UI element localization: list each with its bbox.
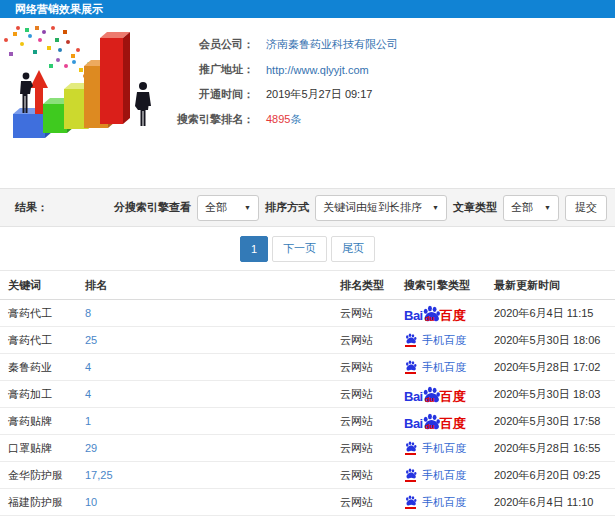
baidu-logo: Baidu百度 [404,386,466,403]
promotion-url-link[interactable]: http://www.qlyyjt.com [266,64,369,76]
app-header: 网络营销效果展示 [0,0,615,18]
table-row: 秦鲁药业4云网站手机百度2020年5月28日 17:02 [0,354,615,381]
keyword-cell: 膏药加工 [8,387,85,402]
baidu-paw-icon [405,360,417,371]
baidu-logo-du: du [425,315,435,323]
baidu-logo-bai: Bai [404,417,423,430]
rank-cell[interactable]: 29 [85,442,340,454]
rank-type-cell: 云网站 [340,306,404,321]
mobile-baidu-logo: 手机百度 [404,360,466,375]
baidu-logo-du: du [425,423,435,431]
summary-section: 会员公司： 济南秦鲁药业科技有限公司 推广地址： http://www.qlyy… [0,18,615,188]
opened-label: 开通时间： [168,87,254,102]
updated-cell: 2020年6月4日 11:15 [494,306,615,321]
baidu-logo-du: du [425,396,435,404]
baidu-paw-icon [405,441,417,452]
header-rank: 排名 [85,278,340,293]
mobile-baidu-label: 手机百度 [422,468,466,483]
submit-button[interactable]: 提交 [565,195,607,221]
updated-cell: 2020年6月20日 09:25 [494,468,615,483]
engine-filter-select[interactable]: 全部 ▼ [197,195,259,221]
table-row: 福建防护服10云网站手机百度2020年6月4日 11:10 [0,489,615,516]
updated-cell: 2020年6月4日 11:10 [494,495,615,510]
table-row: 膏药加工4云网站Baidu百度2020年5月30日 18:03 [0,381,615,408]
header-engine-type: 搜索引擎类型 [404,278,494,293]
sort-filter-select[interactable]: 关键词由短到长排序 ▼ [315,195,447,221]
rank-type-cell: 云网站 [340,441,404,456]
engine-cell: Baidu百度 [404,413,494,430]
baidu-underline [405,480,416,482]
next-page-button[interactable]: 下一页 [272,236,327,262]
updated-cell: 2020年5月30日 18:03 [494,387,615,402]
engine-cell: 手机百度 [404,495,494,510]
updated-cell: 2020年5月30日 18:06 [494,333,615,348]
rank-type-cell: 云网站 [340,414,404,429]
baidu-paw-icon [405,333,417,344]
rank-type-cell: 云网站 [340,495,404,510]
keyword-cell: 金华防护服 [8,468,85,483]
table-body: 膏药代工8云网站Baidu百度2020年6月4日 11:15膏药代工25云网站手… [0,300,615,520]
baidu-logo-bai: Bai [404,390,423,403]
baidu-paw-icon [405,495,417,506]
baidu-logo: Baidu百度 [404,413,466,430]
engine-filter-label: 分搜索引擎查看 [114,200,191,215]
chevron-down-icon: ▼ [537,204,551,211]
bar-chart-clipart [0,26,175,178]
rank-label: 搜索引擎排名： [168,112,254,127]
pagination: 1 下一页 尾页 [0,227,615,270]
rank-count-unit: 条 [290,113,301,125]
opened-value: 2019年5月27日 09:17 [266,87,372,102]
header-rank-type: 排名类型 [340,278,404,293]
last-page-button[interactable]: 尾页 [331,236,375,262]
rank-cell[interactable]: 17,25 [85,469,340,481]
article-filter-select[interactable]: 全部 ▼ [503,195,559,221]
mobile-baidu-logo: 手机百度 [404,441,466,456]
baidu-logo-cn: 百度 [440,309,466,322]
page-title: 网络营销效果展示 [15,3,103,15]
baidu-logo-cn: 百度 [440,417,466,430]
keyword-cell: 福建防护服 [8,495,85,510]
url-label: 推广地址： [168,62,254,77]
baidu-logo-bai: Bai [404,309,423,322]
engine-cell: 手机百度 [404,333,494,348]
article-filter-value: 全部 [511,200,533,215]
engine-filter-value: 全部 [205,200,227,215]
baidu-logo-cn: 百度 [440,390,466,403]
info-row-url: 推广地址： http://www.qlyyjt.com [168,57,398,82]
sort-filter-value: 关键词由短到长排序 [323,200,422,215]
updated-cell: 2020年5月28日 16:55 [494,441,615,456]
baidu-underline [405,453,416,455]
result-label: 结果： [15,200,48,215]
rank-cell[interactable]: 1 [85,415,340,427]
keyword-cell: 膏药贴牌 [8,414,85,429]
table-row: 膏药贴牌1云网站Baidu百度2020年5月30日 17:58 [0,408,615,435]
header-keyword: 关键词 [8,278,85,293]
baidu-underline [405,345,416,347]
page-1-button[interactable]: 1 [240,236,268,262]
marketing-report-page: 网络营销效果展示 [0,0,615,520]
table-row: 膏药代工8云网站Baidu百度2020年6月4日 11:15 [0,300,615,327]
sort-filter-label: 排序方式 [265,200,309,215]
keyword-ranking-table: 关键词 排名 排名类型 搜索引擎类型 最新更新时间 膏药代工8云网站Baidu百… [0,270,615,520]
rank-count: 4895条 [266,112,301,127]
businessman-left-icon [20,73,33,113]
mobile-baidu-logo: 手机百度 [404,495,466,510]
filter-bar: 结果： 分搜索引擎查看 全部 ▼ 排序方式 关键词由短到长排序 ▼ 文章类型 全… [0,188,615,227]
chevron-down-icon: ▼ [425,204,439,211]
keyword-cell: 膏药代工 [8,306,85,321]
baidu-logo: Baidu百度 [404,305,466,322]
rank-cell[interactable]: 8 [85,307,340,319]
rank-cell[interactable]: 4 [85,361,340,373]
keyword-cell: 膏药代工 [8,333,85,348]
rank-cell[interactable]: 25 [85,334,340,346]
keyword-cell: 口罩贴牌 [8,441,85,456]
rank-type-cell: 云网站 [340,333,404,348]
updated-cell: 2020年5月30日 17:58 [494,414,615,429]
rank-cell[interactable]: 4 [85,388,340,400]
mobile-baidu-label: 手机百度 [422,495,466,510]
rank-cell[interactable]: 10 [85,496,340,508]
baidu-underline [405,507,416,509]
engine-cell: 手机百度 [404,468,494,483]
company-link[interactable]: 济南秦鲁药业科技有限公司 [266,38,398,50]
table-row: 膏药代工25云网站手机百度2020年5月30日 18:06 [0,327,615,354]
